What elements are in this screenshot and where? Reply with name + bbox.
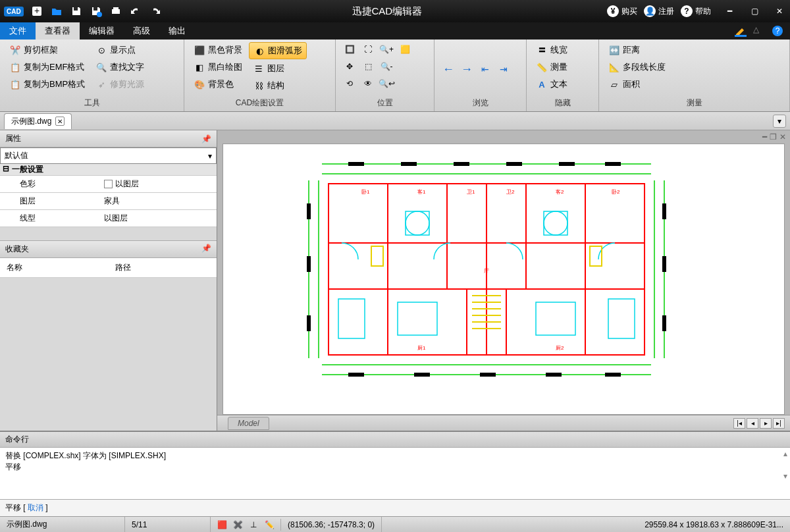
help-icon[interactable]: ? <box>772 25 783 37</box>
nav-last-icon[interactable]: ⇥ <box>495 62 512 76</box>
command-panel: 命令行 替换 [COMPLEX.shx] 字体为 [SIMPLEX.SHX] 平… <box>0 431 790 516</box>
properties-combo[interactable]: 默认值▾ <box>0 147 217 164</box>
scroll-down-icon[interactable]: ▾ <box>783 471 787 481</box>
find-text-button[interactable]: 🔍查找文字 <box>92 59 148 75</box>
nav-first-icon[interactable]: ⇤ <box>477 62 494 76</box>
layer-button[interactable]: ☰图层 <box>249 61 307 76</box>
canvas-close-icon[interactable]: ✕ <box>779 132 786 142</box>
svg-rect-27 <box>546 373 562 377</box>
area-button[interactable]: ▱面积 <box>604 76 670 92</box>
group-label-position: 位置 <box>341 96 429 109</box>
svg-rect-51 <box>536 302 575 335</box>
model-tab[interactable]: Model <box>228 417 269 430</box>
svg-rect-6 <box>113 7 118 9</box>
smooth-arc-button[interactable]: ◐图滑弧形 <box>249 42 307 59</box>
canvas-minimize-icon[interactable]: ━ <box>762 132 767 142</box>
tab-nav-first-icon[interactable]: |◂ <box>733 418 745 429</box>
copy-bmp-button[interactable]: 📋复制为BMP格式 <box>5 76 89 92</box>
show-points-button[interactable]: ⊙显示点 <box>92 42 148 58</box>
tab-file[interactable]: 文件 <box>0 22 36 40</box>
svg-rect-3 <box>93 7 97 11</box>
black-bg-button[interactable]: ⬛黑色背景 <box>190 42 246 58</box>
undo-icon[interactable] <box>128 3 144 19</box>
document-tab-dropdown-icon[interactable]: ▾ <box>773 115 786 128</box>
nav-right-icon[interactable]: → <box>458 62 475 76</box>
svg-rect-25 <box>414 373 430 377</box>
checkbox-icon[interactable] <box>104 180 113 188</box>
save-icon[interactable] <box>68 3 84 19</box>
status-ortho-icon[interactable]: ✏️ <box>263 519 275 531</box>
document-tab-close-icon[interactable]: ✕ <box>55 117 65 126</box>
open-icon[interactable] <box>49 3 65 19</box>
tab-nav-prev-icon[interactable]: ◂ <box>747 418 758 429</box>
pan-icon[interactable]: ✥ <box>341 59 358 74</box>
tab-nav-next-icon[interactable]: ▸ <box>760 418 772 429</box>
svg-rect-19 <box>401 162 417 166</box>
structure-button[interactable]: ⛓结构 <box>249 78 307 93</box>
zoom-select-icon[interactable]: 🟨 <box>396 42 413 57</box>
titlebar: CAD + 迅捷CAD编辑器 ¥购买 👤注册 ?帮助 ━ ▢ ✕ <box>0 0 790 22</box>
bw-draw-button[interactable]: ◧黑白绘图 <box>190 59 246 75</box>
crop-frame-button[interactable]: ✂️剪切框架 <box>5 42 89 58</box>
fit-icon[interactable]: ⬚ <box>359 59 377 74</box>
yen-icon: ¥ <box>607 5 619 17</box>
scroll-up-icon[interactable]: ▴ <box>783 449 787 458</box>
linewidth-button[interactable]: 〓线宽 <box>532 42 571 58</box>
new-icon[interactable]: + <box>29 3 45 19</box>
copy-emf-button[interactable]: 📋复制为EMF格式 <box>5 59 89 75</box>
redo-icon[interactable] <box>147 3 163 19</box>
drawing-canvas[interactable]: 卧1客1卫1卫2客2卧2 厅 厨1厨2 <box>223 144 785 415</box>
measure-button[interactable]: 📏测量 <box>532 59 571 75</box>
minimize-icon[interactable]: ━ <box>723 5 736 18</box>
maximize-icon[interactable]: ▢ <box>748 5 761 18</box>
cancel-link[interactable]: 取消 <box>28 503 43 512</box>
tab-viewer[interactable]: 查看器 <box>36 22 80 40</box>
buy-button[interactable]: ¥购买 <box>607 5 637 17</box>
document-tab-label: 示例图.dwg <box>11 116 51 127</box>
svg-rect-48 <box>338 299 365 338</box>
status-color-icon[interactable]: 🟥 <box>216 519 228 531</box>
collapse-icon[interactable]: ⊟ <box>0 164 12 175</box>
status-grid-icon[interactable]: ⊥ <box>248 519 259 531</box>
tab-output[interactable]: 输出 <box>159 22 195 40</box>
pin-icon[interactable]: 📌 <box>201 244 211 255</box>
pencil-icon[interactable] <box>735 25 747 37</box>
question-icon: ? <box>681 5 693 17</box>
view-icon[interactable]: 👁 <box>359 76 377 91</box>
canvas-restore-icon[interactable]: ❐ <box>770 132 777 142</box>
property-row[interactable]: 色彩 以图层 <box>0 176 217 193</box>
svg-text:厨2: 厨2 <box>556 345 564 351</box>
tab-editor[interactable]: 编辑器 <box>80 22 124 40</box>
property-row[interactable]: 线型 以图层 <box>0 210 217 227</box>
property-category[interactable]: ⊟ 一般设置 <box>0 164 217 176</box>
document-tab[interactable]: 示例图.dwg ✕ <box>4 113 72 129</box>
bg-color-button[interactable]: 🎨背景色 <box>190 76 246 92</box>
close-icon[interactable]: ✕ <box>773 5 786 18</box>
zoom-in-icon[interactable]: 🔍+ <box>378 42 395 57</box>
zoom-extents-icon[interactable]: ⛶ <box>359 42 377 57</box>
zoom-out-icon[interactable]: 🔍- <box>378 59 395 74</box>
svg-text:+: + <box>34 5 40 16</box>
pin-icon[interactable]: 📌 <box>201 134 211 144</box>
nav-left-icon[interactable]: ← <box>440 62 457 76</box>
svg-rect-26 <box>480 373 496 377</box>
text-button[interactable]: A文本 <box>532 76 571 92</box>
print-icon[interactable] <box>108 3 124 19</box>
distance-button[interactable]: ↔️距离 <box>604 42 670 58</box>
register-button[interactable]: 👤注册 <box>644 5 674 17</box>
property-row[interactable]: 图层 家具 <box>0 193 217 210</box>
zoom-prev-icon[interactable]: 🔍↩ <box>378 76 395 91</box>
polylength-button[interactable]: 📐多段线长度 <box>604 59 670 75</box>
tab-nav-last-icon[interactable]: ▸| <box>773 418 785 429</box>
bmp-icon: 📋 <box>9 78 21 90</box>
saveas-icon[interactable] <box>88 3 104 19</box>
ribbon-collapse-icon[interactable]: △ <box>753 25 765 37</box>
zoom-window-icon[interactable]: 🔲 <box>341 42 358 57</box>
status-snap-icon[interactable]: ✖️ <box>232 519 244 531</box>
struct-icon: ⛓ <box>253 80 265 92</box>
trim-light-button: ➶修剪光源 <box>92 76 148 92</box>
command-input[interactable]: 平移 [ 取消 ] <box>0 499 790 516</box>
tab-advanced[interactable]: 高级 <box>124 22 159 40</box>
help-button[interactable]: ?帮助 <box>681 5 711 17</box>
orbit-icon[interactable]: ⟲ <box>341 76 358 91</box>
